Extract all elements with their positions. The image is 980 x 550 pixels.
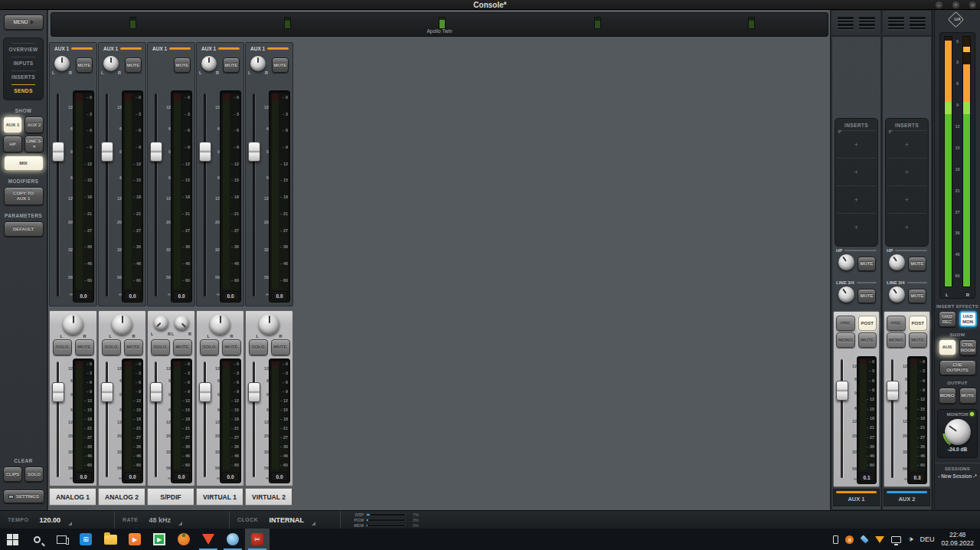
pan-knob[interactable]: LR xyxy=(111,314,134,338)
tray-blue-diamond-icon[interactable] xyxy=(860,535,868,543)
menu-button[interactable]: MENU xyxy=(4,15,44,30)
hp-send-knob[interactable] xyxy=(837,254,855,273)
send-mute-button[interactable]: MUTE xyxy=(76,57,93,73)
maximize-button[interactable]: + xyxy=(952,1,960,9)
solo-button[interactable]: SOLO xyxy=(200,339,219,355)
pan-knob-right[interactable]: LR xyxy=(173,316,190,336)
channel-name[interactable]: S/PDIF xyxy=(147,488,195,506)
send-fader[interactable]: 1260612203256∞ xyxy=(52,90,73,303)
uad-mon-button[interactable]: UAD MON xyxy=(959,311,977,327)
taskbar-store[interactable]: ⊞ xyxy=(74,529,98,550)
show-line34-button[interactable]: LINE 3-4 xyxy=(24,136,44,152)
send-knob[interactable]: LR xyxy=(201,56,217,74)
line34-send-knob[interactable] xyxy=(837,286,855,306)
cue-outputs-button[interactable]: CUE OUTPUTS xyxy=(939,360,976,375)
rate-field[interactable]: RATE 48 kHz xyxy=(115,511,230,529)
pan-knob[interactable]: LR xyxy=(62,314,85,338)
aux-name-tab[interactable]: AUX 2 xyxy=(884,489,930,506)
taskbar-console-app[interactable]: ✂ xyxy=(245,529,270,550)
channel-fader[interactable]: 1260612203256∞ xyxy=(150,358,171,483)
clear-solo-button[interactable]: SOLO xyxy=(24,467,44,482)
pan-knob-left[interactable]: LR xyxy=(152,316,169,336)
tray-yellow-triangle-icon[interactable] xyxy=(875,536,884,543)
aux-name-tab[interactable]: AUX 1 xyxy=(833,489,880,506)
hp-send-knob[interactable] xyxy=(887,254,906,273)
show-mix-button[interactable]: MIX xyxy=(4,156,44,171)
insert-slot[interactable]: + xyxy=(887,185,926,213)
usb-device-icon[interactable] xyxy=(833,535,838,544)
output-mono-button[interactable]: MONO xyxy=(939,388,956,404)
default-button[interactable]: DEFAULT xyxy=(4,221,44,237)
taskbar-brave[interactable] xyxy=(196,529,220,550)
mono-button[interactable]: MONO xyxy=(887,332,906,348)
mute-button[interactable]: MUTE xyxy=(222,339,241,355)
pre-button[interactable]: PRE xyxy=(836,316,855,331)
clear-clips-button[interactable]: CLIPS xyxy=(3,467,22,482)
clock-field[interactable]: CLOCK INTERNAL xyxy=(230,511,341,529)
search-button[interactable] xyxy=(24,529,49,550)
nav-sends[interactable]: SENDS xyxy=(4,81,43,95)
show-hp-button[interactable]: HP xyxy=(3,136,22,152)
pan-knob[interactable]: LR xyxy=(258,314,281,338)
send-fader[interactable]: 1260612203256∞ xyxy=(101,90,122,303)
taskbar-video-editor[interactable]: ▶ xyxy=(147,529,172,550)
channel-name[interactable]: VIRTUAL 2 xyxy=(245,488,293,506)
close-button[interactable]: × xyxy=(969,1,977,9)
taskbar-movies-tv[interactable]: ▶ xyxy=(122,529,147,550)
settings-button[interactable]: SETTINGS xyxy=(3,489,44,503)
network-icon[interactable] xyxy=(891,536,901,543)
mute-button[interactable]: MUTE xyxy=(909,332,928,348)
line34-send-knob[interactable] xyxy=(887,286,906,306)
aux-fader[interactable]: 1260612203256∞ xyxy=(887,356,907,484)
insert-slot[interactable]: + xyxy=(887,213,926,241)
mono-button[interactable]: MONO xyxy=(836,332,855,348)
send-mute-button[interactable]: MUTE xyxy=(223,57,240,73)
send-knob[interactable]: LR xyxy=(103,56,119,74)
insert-slot[interactable]: + xyxy=(837,158,876,185)
pan-knob[interactable]: LR xyxy=(209,314,232,338)
send-fader[interactable]: 1260612203256∞ xyxy=(150,90,171,303)
send-fader[interactable]: 1260612203256∞ xyxy=(248,90,269,303)
line34-mute-button[interactable]: MUTE xyxy=(908,289,926,303)
post-button[interactable]: POST xyxy=(909,316,928,331)
channel-fader[interactable]: 1260612203256∞ xyxy=(101,358,122,483)
mute-button[interactable]: MUTE xyxy=(124,339,143,355)
mute-button[interactable]: MUTE xyxy=(75,339,94,355)
taskbar-clock[interactable]: 22:48 02.09.2022 xyxy=(941,531,974,547)
pre-button[interactable]: PRE xyxy=(887,316,906,331)
send-knob[interactable]: LR xyxy=(250,56,266,74)
channel-fader[interactable]: 1260612203256∞ xyxy=(52,358,73,483)
show-aux1-button[interactable]: AUX 1 xyxy=(3,116,22,133)
keyboard-language[interactable]: DEU xyxy=(920,535,934,543)
insert-slot[interactable]: + xyxy=(837,130,876,158)
send-knob[interactable]: LR xyxy=(54,56,70,74)
monitor-knob[interactable] xyxy=(945,419,971,445)
solo-button[interactable]: SOLO xyxy=(102,339,121,355)
send-mute-button[interactable]: MUTE xyxy=(125,57,142,73)
hp-mute-button[interactable]: MUTE xyxy=(908,257,926,271)
post-button[interactable]: POST xyxy=(858,316,877,331)
channel-fader[interactable]: 1260612203256∞ xyxy=(199,358,220,483)
taskbar-carrot-app[interactable] xyxy=(172,529,196,550)
send-mute-button[interactable]: MUTE xyxy=(174,57,191,73)
mute-button[interactable]: MUTE xyxy=(858,332,877,348)
taskbar-blue-app[interactable] xyxy=(220,529,245,550)
insert-slot[interactable]: + xyxy=(837,213,876,241)
nav-inputs[interactable]: INPUTS xyxy=(4,54,43,67)
volume-icon[interactable]: 🕩 xyxy=(908,535,913,544)
solo-button[interactable]: SOLO xyxy=(151,339,170,355)
insert-slot[interactable]: + xyxy=(837,185,876,213)
aux-fader[interactable]: 1260612203256∞ xyxy=(836,356,857,484)
tempo-field[interactable]: TEMPO 120.00 xyxy=(0,511,115,529)
send-fader[interactable]: 1260612203256∞ xyxy=(199,90,220,303)
insert-slot[interactable]: + xyxy=(887,130,926,158)
session-name[interactable]: - New Session -* xyxy=(935,473,980,479)
insert-slot[interactable]: + xyxy=(887,158,926,185)
hp-mute-button[interactable]: MUTE xyxy=(858,257,876,271)
channel-name[interactable]: VIRTUAL 1 xyxy=(196,488,244,506)
mute-button[interactable]: MUTE xyxy=(173,339,192,355)
channel-fader[interactable]: 1260612203256∞ xyxy=(248,358,269,483)
show-aux-button[interactable]: AUX xyxy=(939,339,956,355)
channel-name[interactable]: ANALOG 1 xyxy=(49,488,97,506)
uad-rec-button[interactable]: UAD REC xyxy=(939,311,956,327)
